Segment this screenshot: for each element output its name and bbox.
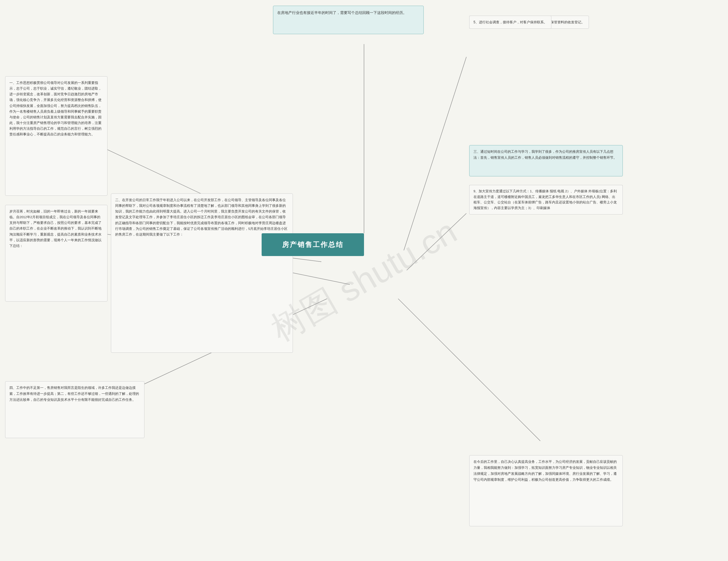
left-bottom-box: 四、工作中的不足第一，售房销售对我而言是陌生的领域，许多工作我还是边做边摸索，工… — [5, 381, 144, 438]
right-mid-item-9: 9、加大宣传力度通过以下几种方式：1、传播媒体 报纸 电视 2）、户外媒体 外墙… — [469, 185, 623, 214]
right-top-item-5-text: 5、进行社会调查，接待客户，对客户保持联系。 — [473, 20, 547, 24]
right-learn-text: 三、通过短时间在公司的工作与学习，我学到了很多，作为公司的推房宣传人员有以下几点… — [473, 150, 617, 159]
svg-line-7 — [398, 299, 540, 441]
left-bottom-text: 四、工作中的不足第一，售房销售对我而言是陌生的领域，许多工作我还是边做边摸索，工… — [9, 386, 139, 402]
right-bottom-text: 在今后的工作里，自己决心认真提高业务，工作水平，为公司经济的发展，贡献自己应该贡… — [473, 460, 617, 482]
rmi9: 9、加大宣传力度通过以下几种方式：1、传播媒体 报纸 电视 2）、户外媒体 外墙… — [473, 189, 617, 210]
sec2-intro-text: 二、在开发公司的日常工作我于年初进入公司以来，在公司开发部工作，在公司领导、主管… — [115, 198, 288, 236]
svg-line-1 — [404, 57, 466, 250]
top-intro-box: 在房地产行业也有接近半年的时间了，需要写个总结回顾一下这段时间的经历。 — [273, 6, 424, 34]
svg-line-2 — [407, 213, 466, 270]
right-learn-box: 三、通过短时间在公司的工作与学习，我学到了很多，作为公司的推房宣传人员有以下几点… — [469, 145, 623, 176]
left-top-text: 一、工作思想积极贯彻公司领导对公司发展的一系列重要指示，忠于公司，忠于职业，诚实… — [9, 81, 102, 136]
sec2-intro-box: 二、在开发公司的日常工作我于年初进入公司以来，在公司开发部工作，在公司领导、主管… — [111, 193, 293, 353]
left-mid-text: 岁月荏苒，时光如梭，旧的一年即将过去，新的一年就要来临。自2012年2月初项目组… — [9, 210, 102, 247]
center-title-node: 房产销售工作总结 — [262, 233, 364, 256]
right-top-item-5: 5、进行社会调查，接待客户，对客户保持联系。 — [469, 16, 551, 29]
right-bottom-box: 在今后的工作里，自己决心认真提高业务，工作水平，为公司经济的发展，贡献自己应该贡… — [469, 455, 623, 526]
left-top-box: 一、工作思想积极贯彻公司领导对公司发展的一系列重要指示，忠于公司，忠于职业，诚实… — [5, 76, 107, 196]
left-mid-box: 岁月荏苒，时光如梭，旧的一年即将过去，新的一年就要来临。自2012年2月初项目组… — [5, 205, 107, 302]
watermark-text: 树图 shutu.cn — [263, 209, 465, 353]
top-intro-text: 在房地产行业也有接近半年的时间了，需要写个总结回顾一下这段时间的经历。 — [277, 11, 407, 15]
